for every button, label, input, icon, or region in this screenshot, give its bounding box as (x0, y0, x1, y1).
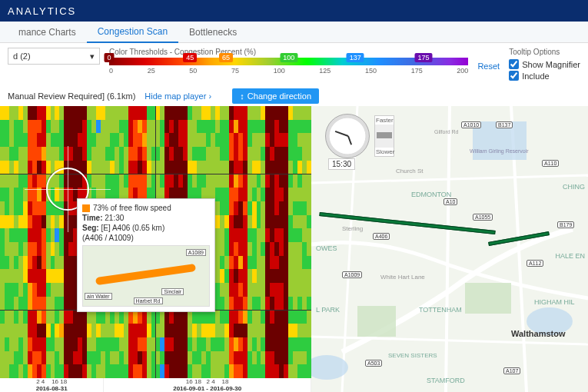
sub-bar: Manual Review Required] (6.1km) Hide map… (0, 86, 588, 106)
heatmap-x-axis: 2 4 16 18 2016-08-31 16 18 2 4 18 2016-0… (0, 378, 311, 392)
chevron-down-icon: ▾ (90, 51, 95, 61)
threshold-marker-137[interactable]: 137 (347, 53, 364, 62)
road-badge: A112 (527, 260, 543, 267)
map-clock-time: 15:30 (328, 158, 355, 170)
tab-bar: mance Charts Congestion Scan Bottlenecks (0, 22, 588, 43)
mini-map-route (95, 263, 196, 284)
threshold-marker-100[interactable]: 100 (280, 53, 297, 62)
map-label-sterling: Sterling (342, 225, 363, 232)
chevron-right-icon: › (208, 91, 211, 101)
route-dropdown[interactable]: d (2) ▾ (8, 48, 100, 65)
app-title: ANALYTICS (8, 5, 76, 17)
tooltip-options-title: Tooltip Options (509, 48, 580, 56)
tooltip-time: Time: 21:30 (82, 214, 210, 222)
change-direction-button[interactable]: ↕ Change direction (232, 88, 319, 104)
tab-congestion-scan[interactable]: Congestion Scan (87, 22, 178, 43)
speed-slider[interactable] (375, 125, 394, 148)
svg-rect-4 (357, 306, 396, 337)
slower-label: Slower (375, 148, 394, 156)
map-label-owes: OWES (316, 244, 337, 252)
svg-rect-5 (465, 283, 511, 314)
main-content: 73% of free flow speed Time: 21:30 Seg: … (0, 106, 588, 392)
playback-speed-control[interactable]: Faster Slower (374, 115, 394, 157)
swap-icon: ↕ (240, 91, 244, 101)
faster-label: Faster (375, 116, 394, 125)
threshold-bar[interactable]: 0 45 65 100 137 175 0 25 50 75 100 125 1… (109, 58, 468, 82)
tooltip-headline: 73% of free flow speed (82, 204, 210, 212)
threshold-section: Color Thresholds - Congestion Percent (%… (109, 48, 468, 82)
road-badge: A107 (503, 367, 520, 374)
tooltip-seg: Seg: [E] A406 (0.65 km) (82, 224, 210, 232)
show-magnifier-checkbox[interactable]: Show Magnifier (509, 59, 580, 69)
road-badge: A10 (443, 198, 457, 205)
map-label-reservoir: William Girling Reservoir (470, 148, 529, 154)
map-label-sevensisters: SEVEN SISTERS (388, 352, 437, 359)
xaxis-day: 16 18 2 4 18 2016-09-01 - 2016-09-30 (104, 378, 311, 392)
road-badge: B179 (557, 221, 574, 228)
tick-labels: 0 25 50 75 100 125 150 175 200 (109, 67, 468, 75)
road-badge: A110 (542, 160, 559, 167)
controls-bar: d (2) ▾ Color Thresholds - Congestion Pe… (0, 43, 588, 86)
road-badge: A1055 (473, 214, 493, 221)
map-label-church: Church St (396, 168, 424, 174)
mini-map-badge: A1089 (186, 249, 206, 256)
map-label-stamford: STAMFORD (427, 377, 465, 384)
threshold-marker-0[interactable]: 0 (104, 53, 114, 62)
map-panel[interactable]: 15:30 Faster Slower EDMONTON TOTTENHAM W… (311, 106, 588, 392)
hide-map-player-link[interactable]: Hide map player› (145, 91, 211, 101)
dropdown-value: d (2) (13, 51, 31, 61)
map-label-tottenham: TOTTENHAM (419, 306, 462, 314)
include-checkbox[interactable]: Include (509, 71, 580, 81)
mini-map-badge: Harbet Rd (134, 297, 163, 304)
map-label-edmonton: EDMONTON (411, 191, 451, 198)
road-badge: B137 (496, 121, 513, 128)
tooltip-seg-detail: (A406 / A1009) (82, 234, 210, 242)
tab-performance-charts[interactable]: mance Charts (8, 22, 87, 42)
map-label-ching: CHING (563, 183, 585, 191)
tooltip-options: Tooltip Options Show Magnifier Include (509, 48, 580, 82)
app-header: ANALYTICS (0, 0, 588, 22)
mini-map-badge: ain Water (85, 293, 112, 300)
map-label-gilford: Gilford Rd (434, 129, 459, 135)
road-badge: A503 (365, 360, 382, 367)
road-badge: A1010 (461, 121, 481, 128)
reset-link[interactable]: Reset (477, 61, 500, 71)
map-label-walthamstow: Walthamstow (511, 329, 566, 338)
road-badge: A1009 (342, 271, 362, 278)
road-badge: A406 (373, 233, 390, 240)
color-swatch-icon (82, 204, 90, 212)
map-clock[interactable] (325, 114, 370, 158)
mini-map-badge: Sinclair (161, 288, 184, 295)
slider-handle[interactable] (377, 132, 392, 138)
threshold-marker-65[interactable]: 65 (219, 53, 233, 62)
threshold-marker-45[interactable]: 45 (183, 53, 197, 62)
threshold-marker-175[interactable]: 175 (414, 53, 432, 62)
tooltip-mini-map: A1089 Harbet Rd Sinclair ain Water (82, 245, 210, 307)
xaxis-day: 2 4 16 18 2016-08-31 (0, 378, 104, 392)
map-label-lpark: L PARK (316, 306, 340, 314)
segment-info: Manual Review Required] (6.1km) (8, 91, 135, 101)
include-input[interactable] (509, 71, 519, 81)
show-magnifier-input[interactable] (509, 59, 519, 69)
tab-bottlenecks[interactable]: Bottlenecks (178, 22, 247, 42)
map-label-higham: HIGHAM HIL (534, 298, 575, 306)
map-label-whitehart: White Hart Lane (380, 274, 425, 281)
heatmap-panel[interactable]: 73% of free flow speed Time: 21:30 Seg: … (0, 106, 311, 392)
map-label-haleen: HALE EN (555, 252, 585, 260)
heatmap-tooltip: 73% of free flow speed Time: 21:30 Seg: … (77, 198, 215, 312)
